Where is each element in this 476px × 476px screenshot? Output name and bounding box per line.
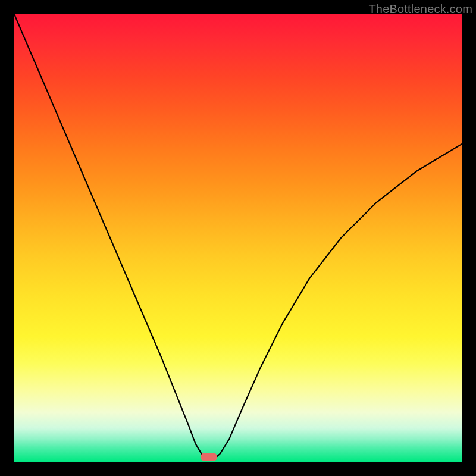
optimal-point-marker (201, 453, 217, 461)
plot-area (14, 14, 462, 462)
watermark-text: TheBottleneck.com (368, 2, 472, 16)
chart-container: TheBottleneck.com (0, 0, 476, 476)
bottleneck-curve (14, 14, 462, 462)
